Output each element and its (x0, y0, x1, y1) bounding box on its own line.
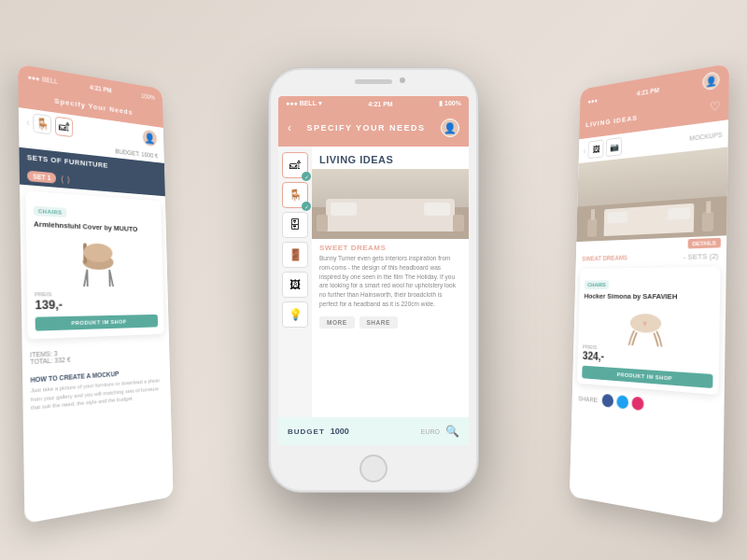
twitter-icon[interactable] (616, 396, 628, 410)
rp-bed (604, 203, 695, 236)
left-profile-icon[interactable]: 👤 (142, 128, 158, 147)
left-panel: ●●● BELL 4:21 PM 100% Specify Your Needs… (18, 64, 173, 524)
right-stool-img: ♥ (583, 304, 713, 351)
left-chair-card: CHAIRS Armlehnstuhl Cover by MUUTO (25, 190, 164, 340)
share-btn[interactable]: SHARE (359, 316, 398, 329)
phone-budget-bar: BUDGET 1000 EURO 🔍 (278, 417, 469, 445)
left-shop-btn[interactable]: PRODUKT IM SHOP (35, 315, 158, 331)
left-time: 4:21 PM (90, 84, 112, 94)
phone-signal: ●●● BELL ▾ (286, 100, 322, 107)
left-price: 139,- (35, 297, 157, 313)
nightstand-left (317, 215, 328, 231)
phone-right-content: LIVING IDEAS (312, 147, 469, 417)
cat-icon-wardrobe[interactable]: 🚪 (282, 242, 308, 268)
phone-article-text: Bunny Turner even gets interiors inspira… (312, 254, 469, 314)
phone-back-btn[interactable]: ‹ (288, 121, 291, 134)
phone-screen: ●●● BELL ▾ 4:21 PM ▮ 100% ‹ Specify Your… (278, 96, 469, 445)
phone-header-title: Specify Your Needs (306, 123, 425, 133)
rp-lamp-left (590, 209, 594, 220)
left-cat-badge: CHAIRS (34, 206, 67, 218)
share-label: SHARE: (578, 395, 599, 403)
right-stool-card: CHAIRS Hocker Simona by SAFAVIEH ♥ PREIS… (577, 266, 720, 395)
cat-icon-desk[interactable]: 🗄 (282, 212, 308, 238)
more-btn[interactable]: MORE (319, 316, 355, 329)
phone-bedroom-img (312, 169, 469, 239)
right-stool-name: Hocker Simona by SAFAVIEH (584, 292, 713, 302)
category-strip: 🛋 ✓ 🪑 ✓ 🗄 🚪 🖼 💡 (278, 147, 312, 417)
phone: ●●● BELL ▾ 4:21 PM ▮ 100% ‹ Specify Your… (271, 70, 476, 490)
left-chair-name: Armlehnstuhl Cover by MUUTO (34, 219, 156, 235)
rp-nightstand-left (587, 218, 598, 237)
phone-speaker (355, 79, 392, 84)
right-nav-icon-1[interactable]: 🖼 (588, 139, 604, 159)
search-icon[interactable]: 🔍 (445, 425, 459, 438)
cat-icon-sofa[interactable]: 🛋 ✓ (282, 152, 308, 178)
right-sweat-label: SWEAT DREAMS (582, 254, 627, 263)
right-mockups-label: MOCKUPS (625, 131, 723, 149)
left-how-to: HOW TO CREATE A MOCKUP Just take a pictu… (22, 363, 171, 418)
rp-pillow-2 (668, 207, 690, 220)
right-profile-icon[interactable]: 👤 (702, 71, 719, 91)
budget-label: BUDGET (288, 427, 325, 436)
bedroom-bed (326, 199, 455, 231)
phone-header: ‹ Specify Your Needs 👤 (278, 111, 469, 147)
right-sets-label: - SETS (2) (684, 252, 719, 261)
rp-lamp-right (706, 201, 711, 213)
left-back: ‹ (26, 117, 30, 128)
phone-time: 4:21 PM (368, 101, 392, 107)
left-icon-1[interactable]: 🪑 (33, 113, 51, 134)
right-cat-badge: CHAIRS (585, 280, 609, 289)
phone-article-title: SWEET DREAMS (312, 239, 469, 254)
phone-living-title: LIVING IDEAS (312, 147, 469, 169)
budget-value[interactable]: 1000 (331, 427, 416, 436)
left-status-bar: ●●● BELL (27, 74, 57, 85)
phone-outer: ●●● BELL ▾ 4:21 PM ▮ 100% ‹ Specify Your… (271, 70, 476, 490)
right-living-title: LIVING IDEAS (585, 114, 638, 129)
rp-pillow-1 (607, 211, 627, 223)
bedroom-bg (312, 169, 469, 239)
rp-nightstand-right (702, 212, 713, 232)
phone-camera (400, 77, 405, 83)
phone-status-bar: ●●● BELL ▾ 4:21 PM ▮ 100% (278, 96, 469, 111)
cat-icon-lamp[interactable]: 💡 (282, 301, 308, 328)
phone-content: 🛋 ✓ 🪑 ✓ 🗄 🚪 🖼 💡 (278, 147, 469, 445)
svg-text:♥: ♥ (642, 319, 647, 329)
right-heart-icon[interactable]: ♡ (710, 99, 721, 115)
right-details-badge: DETAILS (687, 238, 721, 249)
right-panel: ●●● 4:21 PM 👤 LIVING IDEAS ♡ ‹ 🖼 📷 MOCKU… (570, 63, 729, 524)
instagram-icon[interactable] (631, 397, 643, 412)
budget-currency: EURO (421, 428, 440, 435)
cat-icon-frame[interactable]: 🖼 (282, 272, 308, 298)
scene: ●●● BELL 4:21 PM 100% Specify Your Needs… (0, 0, 747, 560)
facebook-icon[interactable] (602, 394, 614, 408)
phone-home-button[interactable] (359, 455, 388, 483)
phone-profile-icon[interactable]: 👤 (441, 119, 459, 137)
pillow-left (331, 203, 357, 216)
left-set-badge: SET 1 (27, 171, 57, 184)
check-icon-2: ✓ (302, 202, 311, 211)
left-chair-img (34, 233, 157, 287)
phone-main: 🛋 ✓ 🪑 ✓ 🗄 🚪 🖼 💡 (278, 147, 469, 417)
right-time: 4:21 PM (637, 86, 659, 96)
left-battery: 100% (141, 92, 155, 101)
phone-battery: ▮ 100% (439, 100, 461, 107)
right-bedroom-img (576, 147, 727, 242)
phone-article-btns: MORE SHARE (312, 314, 469, 334)
check-icon: ✓ (302, 172, 311, 181)
right-icons-row: 🖼 📷 (588, 137, 623, 159)
nightstand-right (453, 215, 464, 231)
left-icon-2[interactable]: 🛋 (55, 117, 74, 138)
right-nav-icon-2[interactable]: 📷 (606, 137, 623, 157)
right-bedroom-bg (576, 147, 727, 242)
cat-icon-chair[interactable]: 🪑 ✓ (282, 182, 308, 208)
right-status-bar: ●●● (587, 96, 598, 104)
pillow-right (424, 203, 450, 216)
right-back-arrow: ‹ (584, 146, 586, 156)
